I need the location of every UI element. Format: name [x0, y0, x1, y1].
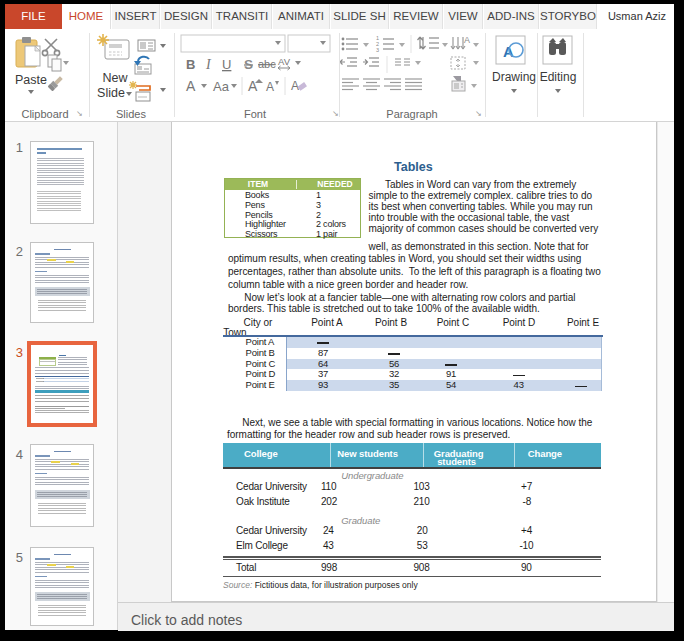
svg-text:Slide: Slide [97, 86, 125, 100]
svg-text:abc: abc [258, 58, 276, 70]
svg-text:S: S [244, 57, 253, 72]
svg-text:Aa: Aa [213, 79, 230, 94]
svg-text:A: A [266, 80, 274, 94]
svg-text:Paste: Paste [15, 73, 47, 87]
svg-text:B: B [186, 57, 195, 72]
svg-text:AV: AV [278, 56, 291, 67]
svg-text:A: A [186, 78, 196, 94]
svg-text:A: A [291, 79, 299, 93]
svg-text:New: New [102, 71, 128, 85]
svg-text:A: A [464, 35, 470, 45]
svg-text:3: 3 [376, 47, 379, 53]
svg-text:A: A [248, 78, 258, 94]
svg-text:U: U [222, 57, 231, 72]
svg-text:Editing: Editing [540, 70, 577, 84]
svg-text:I: I [205, 57, 212, 72]
svg-text:Drawing: Drawing [492, 70, 536, 84]
